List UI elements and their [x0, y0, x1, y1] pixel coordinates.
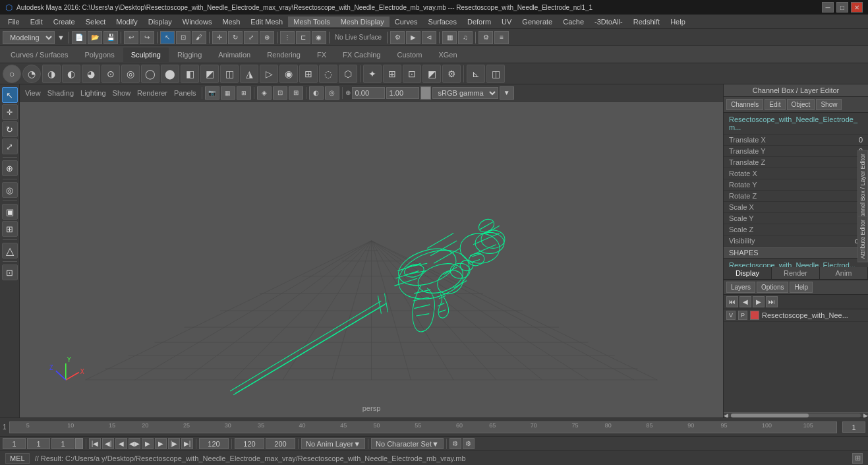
- menu-mesh-display[interactable]: Mesh Display: [335, 16, 390, 27]
- sculpt-knife-btn[interactable]: ◫: [220, 65, 239, 83]
- vt-shading[interactable]: Shading: [45, 89, 76, 97]
- lasso-tool-btn[interactable]: ▣: [2, 204, 18, 220]
- sculpt-scrape-btn[interactable]: ◧: [181, 65, 199, 83]
- tab-curves-surfaces[interactable]: Curves / Surfaces: [3, 47, 76, 62]
- sculpt-layer-btn[interactable]: ⊞: [299, 65, 318, 83]
- layer-last-btn[interactable]: ⏭: [766, 296, 778, 307]
- grid-toggle-btn[interactable]: ⊞: [289, 86, 303, 100]
- move-tool-btn[interactable]: ✛: [2, 104, 18, 120]
- timeline-settings-btn[interactable]: ⚙: [463, 438, 475, 449]
- maximize-button[interactable]: □: [836, 2, 848, 13]
- sculpt-flatten-btn[interactable]: ◐: [62, 65, 80, 83]
- tab-polygons[interactable]: Polygons: [76, 47, 122, 62]
- layer-first-btn[interactable]: ⏮: [726, 296, 738, 307]
- sculpt-wax-btn[interactable]: ⬤: [161, 65, 179, 83]
- camera-view-btn[interactable]: 📷: [205, 86, 219, 100]
- sculpt-repeat-btn[interactable]: ◎: [121, 65, 140, 83]
- tab-sculpting[interactable]: Sculpting: [123, 47, 169, 62]
- vt-lighting[interactable]: Lighting: [78, 89, 109, 97]
- sculpt-imprintbtn[interactable]: ◯: [141, 65, 159, 83]
- anim-layer-btn[interactable]: ♫: [458, 31, 473, 44]
- menu-curves[interactable]: Curves: [390, 16, 423, 27]
- select-tool-btn[interactable]: ↖: [2, 87, 18, 103]
- menu-help[interactable]: Help: [665, 16, 691, 27]
- isolate-btn[interactable]: ◈: [257, 86, 272, 100]
- sculpt-brush-btn[interactable]: ◩: [422, 65, 441, 83]
- paint-btn[interactable]: 🖌: [192, 31, 206, 44]
- menu-mesh-tools[interactable]: Mesh Tools: [288, 16, 335, 27]
- tab-xgen[interactable]: XGen: [430, 47, 465, 62]
- auto-key-btn[interactable]: ⚙: [449, 438, 461, 449]
- char-set-dropdown[interactable]: No Character Set ▼: [371, 438, 444, 449]
- menu-mesh[interactable]: Mesh: [217, 16, 245, 27]
- sculpt-relax-btn[interactable]: ○: [3, 65, 21, 83]
- layers-menu[interactable]: Layers: [726, 282, 755, 293]
- render-btn[interactable]: ▶: [406, 31, 420, 44]
- viewport-icon1[interactable]: ▦: [221, 86, 235, 100]
- tab-animation[interactable]: Animation: [210, 47, 258, 62]
- lasso-btn[interactable]: ⊡: [176, 31, 190, 44]
- select-btn[interactable]: ↖: [160, 31, 175, 44]
- snap-grid-btn[interactable]: ⋮: [280, 31, 295, 44]
- playback-max-field[interactable]: [235, 438, 264, 449]
- attribute-editor-side-tab[interactable]: Attribute Editor: [857, 216, 868, 263]
- mode-dropdown[interactable]: Modeling: [3, 31, 55, 44]
- vt-renderer[interactable]: Renderer: [134, 89, 170, 97]
- viewport[interactable]: X Y Z persp: [20, 102, 723, 418]
- sculpt-pinch-btn[interactable]: ◮: [240, 65, 258, 83]
- pb-next-frame-btn[interactable]: ▶: [155, 438, 167, 449]
- display-layer-btn[interactable]: ▦: [442, 31, 457, 44]
- tab-rendering[interactable]: Rendering: [259, 47, 308, 62]
- frame-range-value[interactable]: [51, 438, 74, 449]
- channel-control-btn[interactable]: ≡: [494, 31, 509, 44]
- vt-show[interactable]: Show: [110, 89, 134, 97]
- layer-visibility-toggle[interactable]: V: [726, 311, 736, 320]
- attr-translate-x-value[interactable]: 0: [859, 136, 863, 144]
- tab-display[interactable]: Display: [724, 267, 772, 279]
- scroll-track[interactable]: [731, 414, 861, 418]
- tab-anim[interactable]: Anim: [820, 267, 868, 279]
- script-mode-indicator[interactable]: MEL: [5, 453, 30, 464]
- rotate-tool-btn[interactable]: ↻: [2, 121, 18, 137]
- snap-curve-btn[interactable]: ⊏: [296, 31, 310, 44]
- tab-fx-caching[interactable]: FX Caching: [335, 47, 388, 62]
- tab-render[interactable]: Render: [772, 267, 820, 279]
- menu-create[interactable]: Create: [48, 16, 80, 27]
- menu-windows[interactable]: Windows: [177, 16, 217, 27]
- pb-prev-frame-btn[interactable]: ◀: [115, 438, 127, 449]
- layer-prev-btn[interactable]: ◀: [739, 296, 751, 307]
- gamma-color-btn[interactable]: [420, 86, 431, 100]
- ipr-btn[interactable]: ⊲: [422, 31, 436, 44]
- display-toggle-btn[interactable]: ⊡: [2, 264, 18, 280]
- menu-modify[interactable]: Modify: [111, 16, 142, 27]
- menu-uv[interactable]: UV: [496, 16, 517, 27]
- vt-view[interactable]: View: [22, 89, 43, 97]
- move-btn[interactable]: ✛: [212, 31, 227, 44]
- menu-cache[interactable]: Cache: [558, 16, 589, 27]
- sculpt-noise-btn[interactable]: ⊞: [383, 65, 401, 83]
- sculpt-slide-btn[interactable]: ▷: [260, 65, 278, 83]
- sculpt-foamy-btn[interactable]: ◕: [82, 65, 100, 83]
- scale-tool-btn[interactable]: ⤢: [2, 139, 18, 154]
- menu-redshift[interactable]: Redshift: [628, 16, 665, 27]
- pb-go-start-btn[interactable]: |◀: [89, 438, 101, 449]
- display-mode-btn[interactable]: ◐: [309, 86, 324, 100]
- sculpt-spray-btn[interactable]: ⊙: [101, 65, 120, 83]
- snap-point-btn[interactable]: ◉: [312, 31, 326, 44]
- render-settings-btn[interactable]: ⚙: [390, 31, 405, 44]
- layer-color-swatch[interactable]: [750, 311, 759, 320]
- timeline-track[interactable]: 5 10 15 20 25 30 35 40 45 50 55 60 65 70…: [9, 421, 837, 433]
- pb-next-key-btn[interactable]: |▶: [168, 438, 180, 449]
- menu-edit-mesh[interactable]: Edit Mesh: [245, 16, 288, 27]
- gamma-value2-input[interactable]: [386, 87, 419, 99]
- menu-edit[interactable]: Edit: [25, 16, 48, 27]
- playback-start-field[interactable]: [3, 438, 26, 449]
- channel-attributes-scroll[interactable]: Translate X 0 Translate Y 0 Translate Z …: [724, 135, 868, 267]
- sculpt-twist-btn[interactable]: ◌: [319, 65, 337, 83]
- layer-next-btn[interactable]: ▶: [753, 296, 765, 307]
- sculpt-stamp-btn[interactable]: ⊡: [403, 65, 421, 83]
- layer-type-toggle[interactable]: P: [738, 311, 747, 320]
- rotate-btn[interactable]: ↻: [228, 31, 243, 44]
- sculpt-settings-btn[interactable]: ⚙: [442, 65, 461, 83]
- frame-range-slider[interactable]: [75, 438, 83, 449]
